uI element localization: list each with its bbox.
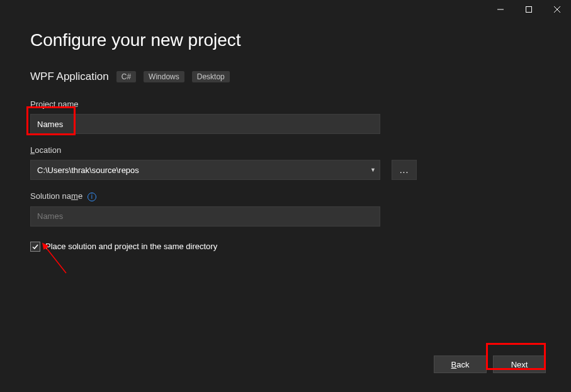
browse-button[interactable]: ...: [392, 160, 417, 180]
dialog-content: Configure your new project WPF Applicati…: [0, 30, 571, 252]
next-button[interactable]: Next: [493, 356, 546, 373]
same-directory-label: Place solution and project in the same d…: [45, 242, 217, 251]
svg-rect-1: [526, 7, 531, 13]
template-tag-lang: C#: [116, 71, 136, 82]
template-name: WPF Application: [30, 70, 109, 83]
page-title: Configure your new project: [30, 30, 541, 50]
info-icon[interactable]: i: [88, 193, 96, 201]
solution-name-label: Solution name i: [30, 191, 541, 201]
minimize-icon: [497, 6, 504, 13]
location-label: Location: [30, 145, 541, 155]
same-directory-checkbox[interactable]: [30, 242, 40, 252]
close-icon: [554, 6, 560, 13]
template-tag-platform: Windows: [144, 71, 184, 82]
minimize-button[interactable]: [486, 0, 514, 19]
maximize-icon: [526, 6, 532, 13]
template-tag-type: Desktop: [192, 71, 230, 82]
project-name-input[interactable]: [30, 114, 380, 134]
location-select[interactable]: C:\Users\thrak\source\repos ▼: [30, 160, 380, 180]
window-titlebar: [0, 0, 571, 19]
project-name-label: Project name: [30, 99, 541, 109]
chevron-down-icon: ▼: [370, 167, 376, 173]
location-value: C:\Users\thrak\source\repos: [37, 165, 139, 175]
template-row: WPF Application C# Windows Desktop: [30, 70, 541, 83]
checkmark-icon: [31, 243, 39, 250]
same-directory-checkbox-row[interactable]: Place solution and project in the same d…: [30, 242, 541, 252]
footer-buttons: Back Next: [434, 356, 546, 373]
back-button[interactable]: Back: [434, 356, 487, 373]
browse-label: ...: [400, 165, 409, 175]
solution-name-input: [30, 206, 380, 227]
maximize-button[interactable]: [514, 0, 543, 19]
close-button[interactable]: [543, 0, 571, 19]
